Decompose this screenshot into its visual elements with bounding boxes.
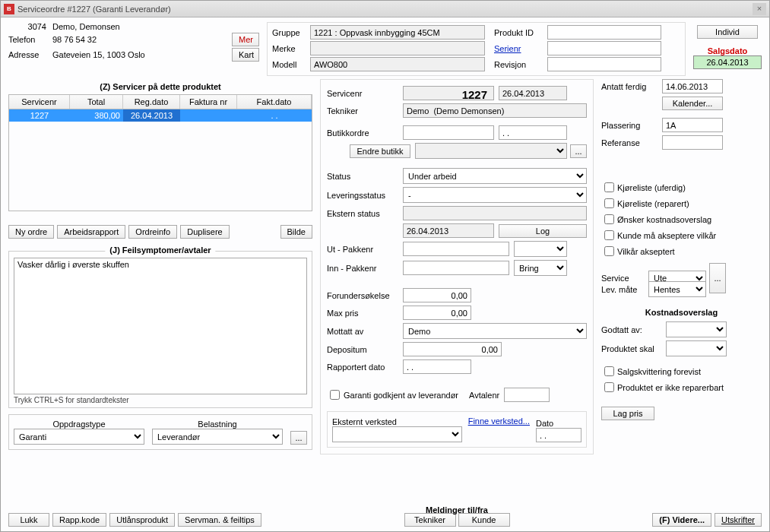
kalender-button[interactable]: Kalender...	[662, 97, 723, 110]
salgskvittering-check[interactable]	[604, 366, 614, 376]
merke-label: Merke	[272, 44, 310, 53]
levmate-label: Lev. måte	[601, 285, 648, 294]
endre-butikk-button[interactable]: Endre butikk	[350, 144, 410, 158]
eksternt-label: Eksternt verksted	[332, 417, 462, 426]
cell-regdato: 26.04.2013	[123, 109, 180, 122]
gruppe-label: Gruppe	[272, 28, 310, 37]
services-table-header: Servicenr Total Reg.dato Faktura nr Fakt…	[8, 94, 312, 109]
kostnad-title: Kostnadsoverslag	[601, 308, 762, 317]
salgsdato-value: 26.04.2013	[693, 55, 762, 69]
finne-verksted-link[interactable]: Finne verksted...	[468, 416, 530, 426]
oppdragstype-select[interactable]: Garanti	[14, 429, 144, 445]
status-select[interactable]: Under arbeid	[403, 168, 587, 184]
rapportert-field[interactable]	[403, 359, 471, 374]
kunde-akseptere-check[interactable]	[604, 230, 614, 240]
levmate-select[interactable]: Hentes	[648, 281, 706, 297]
tekniker-field[interactable]	[403, 103, 587, 118]
individ-button[interactable]: Individ	[697, 25, 758, 39]
mottatt-select[interactable]: Demo	[403, 323, 587, 339]
th-fakturanr[interactable]: Faktura nr	[180, 95, 237, 109]
ut-pakke-field[interactable]	[403, 242, 509, 256]
kart-button[interactable]: Kart	[232, 48, 259, 62]
maxpris-field[interactable]	[403, 306, 471, 320]
oppdrag-more-button[interactable]: ...	[290, 431, 307, 445]
depositum-field[interactable]	[403, 342, 502, 356]
videre-button[interactable]: (F) Videre...	[652, 513, 711, 527]
cell-servicenr: 1227	[9, 109, 70, 122]
gruppe-field[interactable]	[310, 25, 485, 40]
vilkar-akseptert-check[interactable]	[604, 246, 614, 256]
kjoreliste-uferdig-label: Kjøreliste (uferdig)	[617, 183, 686, 192]
kjoreliste-reparert-check[interactable]	[604, 198, 614, 208]
referanse-field[interactable]	[662, 135, 723, 150]
leveringsstatus-select[interactable]: -	[403, 187, 587, 203]
ikke-reparerbart-check[interactable]	[604, 382, 614, 392]
kunde-button[interactable]: Kunde	[458, 513, 510, 527]
cell-total: 380,00	[70, 109, 123, 122]
th-servicenr[interactable]: Servicenr	[9, 95, 70, 109]
ordreinfo-button[interactable]: Ordreinfo	[128, 225, 177, 239]
leveringsstatus-label: Leveringsstatus	[327, 191, 403, 200]
antatt-field[interactable]	[662, 79, 723, 93]
produktid-field[interactable]	[547, 25, 661, 40]
garanti-godkjent-check[interactable]	[330, 390, 340, 400]
maxpris-label: Max pris	[327, 309, 403, 318]
revisjon-field[interactable]	[547, 57, 661, 71]
rapp-kode-button[interactable]: Rapp.kode	[52, 513, 106, 527]
serienr-field[interactable]	[547, 41, 661, 55]
onsker-overslag-check[interactable]	[604, 214, 614, 224]
ut-pakke-select[interactable]	[514, 241, 567, 257]
merke-field[interactable]	[310, 41, 485, 55]
meldinger-label: Meldinger til/fra	[426, 505, 488, 515]
butikk-more-button[interactable]: ...	[570, 144, 587, 158]
belastning-select[interactable]: Leverandør	[152, 429, 283, 445]
ikke-reparerbart-label: Produktet er ikke reparerbart	[617, 383, 724, 392]
window-title: Serviceordre #1227 (Garanti Leverandør)	[17, 5, 753, 14]
butikkordre-dato[interactable]	[499, 125, 567, 140]
lag-pris-button[interactable]: Lag pris	[601, 407, 654, 420]
services-table-body[interactable]: 1227 380,00 26.04.2013 . .	[8, 109, 312, 211]
inn-pakke-select[interactable]: Bring	[514, 260, 567, 276]
log-button[interactable]: Log	[499, 224, 587, 238]
table-row[interactable]: 1227 380,00 26.04.2013 . .	[9, 109, 312, 122]
servicenr-dato[interactable]	[499, 86, 567, 100]
antatt-label: Antatt ferdig	[601, 82, 662, 91]
duplisere-button[interactable]: Duplisere	[180, 225, 229, 239]
kjoreliste-reparert-label: Kjøreliste (reparert)	[617, 199, 689, 208]
titlebar: B Serviceordre #1227 (Garanti Leverandør…	[1, 1, 769, 17]
butikkordre-field[interactable]	[403, 125, 494, 140]
servman-button[interactable]: Servman. & feiltips	[178, 513, 261, 527]
vilkar-akseptert-label: Vilkår akseptert	[617, 247, 675, 256]
eksternt-dato-field[interactable]	[536, 428, 581, 442]
butikk-select[interactable]	[415, 143, 567, 159]
close-button[interactable]: ×	[753, 3, 766, 15]
th-regdato[interactable]: Reg.dato	[123, 95, 180, 109]
modell-field[interactable]	[310, 57, 485, 71]
ekstern-status-field[interactable]	[403, 206, 587, 220]
bilde-button[interactable]: Bilde	[280, 225, 312, 239]
eksternt-select[interactable]	[332, 426, 462, 442]
ekstern-status-dato[interactable]	[403, 223, 494, 238]
tekniker-button[interactable]: Tekniker	[404, 513, 456, 527]
serienr-link[interactable]: Serienr	[494, 44, 547, 53]
utskrifter-button[interactable]: Utskrifter	[715, 513, 762, 527]
feilsymptomer-title: (J) Feilsymptomer/avtaler	[105, 245, 215, 255]
th-total[interactable]: Total	[70, 95, 123, 109]
service-more-button[interactable]: ...	[709, 263, 726, 293]
arbeidsrapport-button[interactable]: Arbeidsrapport	[57, 225, 125, 239]
th-faktdato[interactable]: Fakt.dato	[237, 95, 312, 109]
utlansprodukt-button[interactable]: Utlånsprodukt	[109, 513, 175, 527]
lukk-button[interactable]: Lukk	[8, 513, 49, 527]
avtalenr-field[interactable]	[504, 388, 550, 402]
forundersokelse-field[interactable]	[403, 288, 471, 302]
plassering-field[interactable]	[662, 118, 723, 132]
produktet-skal-select[interactable]	[666, 340, 727, 356]
godtatt-select[interactable]	[666, 321, 727, 337]
butikkordre-label: Butikkordre	[327, 128, 403, 138]
feilsymptomer-text[interactable]	[14, 258, 307, 394]
godtatt-label: Godtatt av:	[601, 325, 666, 334]
ny-ordre-button[interactable]: Ny ordre	[8, 225, 54, 239]
kjoreliste-uferdig-check[interactable]	[604, 182, 614, 192]
mer-button[interactable]: Mer	[232, 33, 259, 46]
inn-pakke-field[interactable]	[403, 261, 509, 275]
